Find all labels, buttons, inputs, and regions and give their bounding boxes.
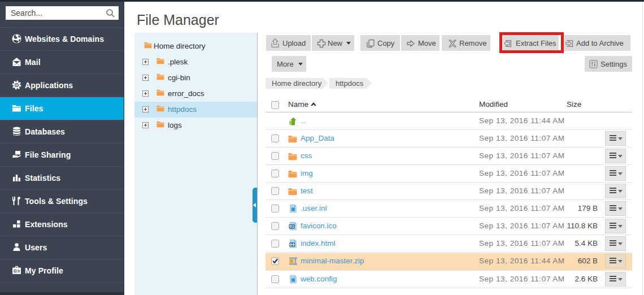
svg-text:01: 01 bbox=[289, 224, 294, 229]
